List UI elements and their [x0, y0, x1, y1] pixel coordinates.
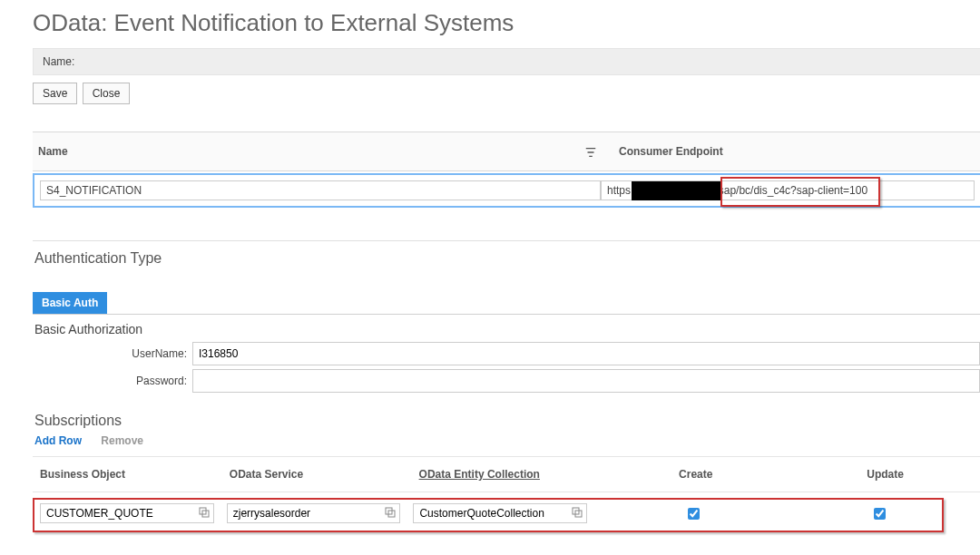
remove-link: Remove [101, 434, 143, 447]
col-header-update[interactable]: Update [790, 457, 980, 492]
subscriptions-table-header: Business Object OData Service OData Enti… [33, 456, 980, 492]
subscriptions-section-title: Subscriptions [34, 413, 980, 429]
save-button[interactable]: Save [33, 83, 77, 104]
endpoints-table-row[interactable] [33, 173, 980, 208]
value-help-icon[interactable] [198, 507, 211, 520]
value-help-icon[interactable] [384, 507, 397, 520]
add-row-link[interactable]: Add Row [34, 434, 82, 447]
business-object-input[interactable] [40, 503, 214, 523]
create-checkbox[interactable] [688, 508, 700, 520]
username-label: UserName: [33, 347, 192, 360]
page-title: OData: Event Notification to External Sy… [33, 9, 980, 37]
name-bar: Name: [33, 48, 980, 75]
subscriptions-actions: Add Row Remove [34, 434, 980, 447]
basic-authorization-title: Basic Authorization [34, 322, 980, 336]
odata-service-input[interactable] [227, 503, 401, 523]
toolbar: Save Close [33, 83, 980, 104]
subscription-row[interactable] [33, 498, 980, 529]
col-header-consumer-endpoint-label: Consumer Endpoint [619, 145, 723, 158]
name-input[interactable] [40, 180, 601, 200]
col-header-business-object[interactable]: Business Object [33, 457, 222, 492]
divider [33, 240, 980, 241]
password-input[interactable] [192, 369, 980, 393]
auth-section-title: Authentication Type [34, 250, 980, 267]
tab-basic-auth[interactable]: Basic Auth [33, 292, 107, 314]
col-header-odata-service[interactable]: OData Service [222, 457, 412, 492]
odata-entity-collection-input[interactable] [413, 503, 587, 523]
col-header-name-label: Name [38, 145, 68, 158]
value-help-icon[interactable] [571, 507, 583, 520]
update-checkbox[interactable] [874, 508, 886, 520]
endpoints-table-header: Name Consumer Endpoint [33, 131, 980, 171]
name-bar-label: Name: [43, 55, 74, 68]
col-header-odata-entity-collection[interactable]: OData Entity Collection [412, 457, 602, 492]
password-label: Password: [33, 375, 192, 387]
col-header-name[interactable]: Name [33, 132, 613, 170]
col-header-consumer-endpoint[interactable]: Consumer Endpoint [613, 132, 980, 170]
col-header-create[interactable]: Create [601, 457, 790, 492]
auth-tabs: Basic Auth [33, 292, 980, 315]
sort-icon[interactable] [584, 145, 597, 159]
close-button[interactable]: Close [83, 83, 131, 104]
redacted-block [632, 181, 722, 200]
username-input[interactable] [192, 342, 980, 365]
